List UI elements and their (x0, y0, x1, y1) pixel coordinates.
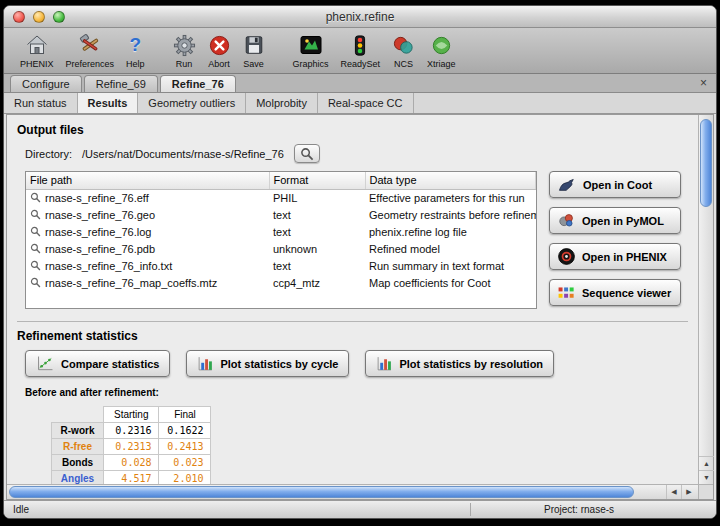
plot-by-resolution-button[interactable]: Plot statistics by resolution (365, 350, 554, 377)
button-label: Open in PyMOL (582, 215, 664, 227)
stat-label: R-work (52, 423, 104, 439)
vertical-scrollbar[interactable]: ▲ ▼ (698, 115, 713, 484)
scroll-left-arrow-icon[interactable]: ◀ (666, 485, 681, 499)
column-header-file-path[interactable]: File path (26, 172, 269, 189)
zoom-window-button[interactable] (53, 11, 65, 23)
tab-bar: Configure Refine_69 Refine_76 × (4, 74, 716, 93)
open-in-phenix-button[interactable]: Open in PHENIX (549, 243, 681, 270)
scroll-right-arrow-icon[interactable]: ▶ (681, 485, 696, 499)
toolbar: PHENIX Preferences ? Help Run Abort (4, 28, 716, 74)
magnifier-icon (30, 226, 41, 237)
toolbar-label: Preferences (66, 59, 115, 69)
stat-value: 4.517 (104, 471, 159, 485)
toolbar-button-graphics[interactable]: Graphics (287, 32, 335, 70)
button-label: Open in Coot (583, 179, 652, 191)
column-header-format[interactable]: Format (269, 172, 365, 189)
status-bar: Idle Project: rnase-s (4, 500, 716, 518)
file-format: text (269, 223, 365, 240)
toolbar-button-phenix[interactable]: PHENIX (14, 32, 60, 70)
horizontal-scroll-thumb[interactable] (9, 486, 634, 498)
scroll-down-arrow-icon[interactable]: ▼ (699, 470, 714, 484)
table-row[interactable]: rnase-s_refine_76_map_coeffs.mtz ccp4_mt… (26, 274, 536, 291)
help-icon: ? (130, 33, 142, 58)
scroll-up-arrow-icon[interactable]: ▲ (699, 456, 714, 470)
table-row[interactable]: rnase-s_refine_76.geo text Geometry rest… (26, 206, 536, 223)
plot-by-cycle-button[interactable]: Plot statistics by cycle (186, 350, 349, 377)
status-divider (470, 503, 471, 516)
tab-label: Refine_76 (172, 78, 224, 90)
stat-value: 2.010 (159, 471, 211, 485)
stats-row-bonds: Bonds 0.028 0.023 (52, 455, 211, 471)
stats-row-r-work: R-work 0.2316 0.1622 (52, 423, 211, 439)
tab-refine-69[interactable]: Refine_69 (84, 75, 158, 92)
stats-column-final: Final (159, 407, 211, 423)
section-divider (17, 321, 688, 322)
gear-run-icon (173, 33, 196, 58)
tab-label: Refine_69 (96, 78, 146, 90)
file-name: rnase-s_refine_76.eff (45, 192, 149, 204)
column-header-data-type[interactable]: Data type (365, 172, 536, 189)
stat-value: 0.1622 (159, 423, 211, 439)
subtab-results[interactable]: Results (78, 93, 139, 113)
graphics-icon (299, 33, 323, 58)
file-type: Geometry restraints before refinement (365, 206, 536, 223)
table-row[interactable]: rnase-s_refine_76.log text phenix.refine… (26, 223, 536, 240)
toolbar-button-save[interactable]: Save (237, 32, 271, 70)
app-window: phenix.refine PHENIX Preferences ? Help … (3, 5, 717, 519)
file-type: Effective parameters for this run (365, 189, 536, 206)
stat-value: 0.023 (159, 455, 211, 471)
subtab-geometry-outliers[interactable]: Geometry outliers (138, 93, 246, 113)
stat-value: 0.2316 (104, 423, 159, 439)
toolbar-label: NCS (394, 59, 413, 69)
tab-close-icon[interactable]: × (700, 76, 707, 90)
file-name: rnase-s_refine_76_info.txt (45, 260, 172, 272)
file-type: Run summary in text format (365, 257, 536, 274)
scroll-viewport: Output files Directory: /Users/nat/Docum… (7, 115, 698, 484)
sequence-viewer-button[interactable]: Sequence viewer (549, 279, 681, 306)
file-format: text (269, 206, 365, 223)
browse-directory-button[interactable] (294, 144, 320, 163)
open-in-coot-button[interactable]: Open in Coot (549, 171, 681, 198)
button-label: Plot statistics by cycle (220, 358, 338, 370)
stats-row-angles: Angles 4.517 2.010 (52, 471, 211, 485)
subtab-bar: Run status Results Geometry outliers Mol… (4, 93, 716, 114)
sequence-grid-icon (557, 285, 576, 301)
titlebar: phenix.refine (4, 6, 716, 28)
toolbar-label: Help (126, 59, 145, 69)
magnifier-icon (30, 277, 41, 288)
toolbar-button-xtriage[interactable]: Xtriage (421, 32, 462, 70)
button-label: Plot statistics by resolution (399, 358, 543, 370)
toolbar-button-readyset[interactable]: ReadySet (335, 32, 387, 70)
toolbar-button-ncs[interactable]: NCS (386, 32, 421, 70)
status-text: Idle (13, 504, 29, 515)
abort-icon (208, 33, 231, 58)
table-row[interactable]: rnase-s_refine_76_info.txt text Run summ… (26, 257, 536, 274)
subtab-run-status[interactable]: Run status (4, 93, 78, 113)
tab-configure[interactable]: Configure (10, 75, 82, 92)
toolbar-button-abort[interactable]: Abort (202, 32, 237, 70)
toolbar-button-help[interactable]: ? Help (120, 32, 151, 70)
tab-refine-76[interactable]: Refine_76 (160, 75, 236, 92)
subtab-label: Run status (14, 97, 67, 109)
horizontal-scrollbar[interactable]: ◀ ▶ (7, 484, 698, 499)
minimize-window-button[interactable] (33, 11, 45, 23)
coot-bird-icon (557, 176, 577, 193)
output-files-table: File path Format Data type rnase-s_refin… (25, 171, 537, 309)
subtab-label: Molprobity (256, 97, 307, 109)
compare-statistics-button[interactable]: Compare statistics (25, 350, 170, 377)
xtriage-icon (430, 33, 453, 58)
table-row[interactable]: rnase-s_refine_76.pdb unknown Refined mo… (26, 240, 536, 257)
subtab-label: Geometry outliers (148, 97, 235, 109)
close-window-button[interactable] (13, 11, 25, 23)
vertical-scroll-thumb[interactable] (700, 119, 712, 207)
subtab-label: Results (88, 97, 128, 109)
subtab-real-space-cc[interactable]: Real-space CC (318, 93, 414, 113)
stat-label: Bonds (52, 455, 104, 471)
table-row[interactable]: rnase-s_refine_76.eff PHIL Effective par… (26, 189, 536, 206)
tools-icon (78, 33, 102, 58)
toolbar-button-run[interactable]: Run (167, 32, 202, 70)
toolbar-button-preferences[interactable]: Preferences (60, 32, 121, 70)
subtab-molprobity[interactable]: Molprobity (246, 93, 318, 113)
toolbar-label: Save (243, 59, 264, 69)
open-in-pymol-button[interactable]: Open in PyMOL (549, 207, 681, 234)
